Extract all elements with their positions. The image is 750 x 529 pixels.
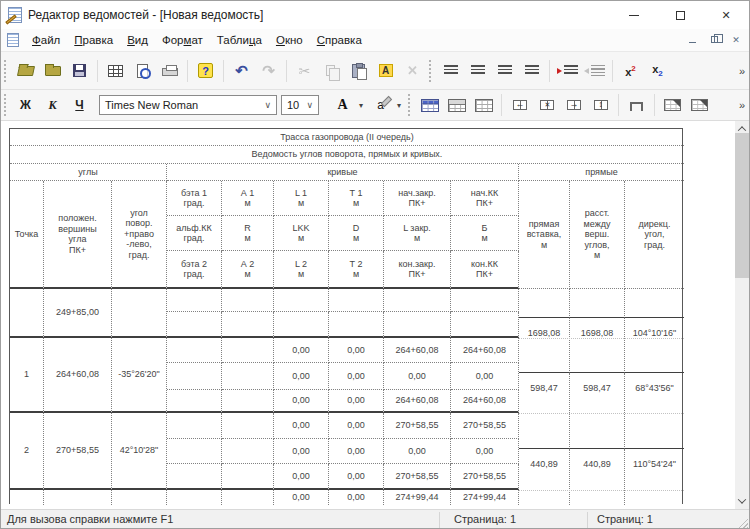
col-header[interactable]: L 2 м bbox=[274, 251, 329, 289]
cell[interactable]: 0,00 bbox=[451, 363, 519, 390]
cell-vertex-distance[interactable]: 440,89 bbox=[570, 449, 625, 505]
group-header-curves[interactable]: кривые bbox=[167, 164, 519, 181]
cell[interactable] bbox=[329, 289, 384, 312]
toolbar-grip[interactable] bbox=[4, 94, 7, 116]
align-justify-button[interactable] bbox=[518, 58, 545, 84]
menu-table[interactable]: Таблица bbox=[210, 31, 269, 49]
cell[interactable] bbox=[222, 363, 274, 390]
col-header[interactable]: Т 2 м bbox=[329, 251, 384, 289]
toolbar-grip[interactable] bbox=[429, 60, 432, 82]
subscript-button[interactable]: x2 bbox=[644, 58, 671, 84]
cell[interactable] bbox=[167, 464, 222, 490]
table-header-button[interactable] bbox=[443, 92, 470, 118]
vertical-scrollbar[interactable] bbox=[735, 121, 749, 509]
cell-straight-insert[interactable]: 440,89 bbox=[519, 449, 570, 505]
cell-point[interactable] bbox=[10, 289, 44, 338]
undo-button[interactable]: ↶ bbox=[228, 58, 255, 84]
split-cells-button[interactable] bbox=[533, 92, 560, 118]
mdi-restore-button[interactable] bbox=[707, 33, 721, 46]
outdent-button[interactable] bbox=[581, 58, 608, 84]
insert-column-button[interactable] bbox=[686, 92, 713, 118]
grid-button[interactable] bbox=[102, 58, 129, 84]
cell[interactable]: 264+60,08 bbox=[451, 390, 519, 413]
font-size-select[interactable]: 10 ∨ bbox=[281, 95, 319, 115]
table-subtitle[interactable]: Ведомость углов поворота, прямых и кривы… bbox=[10, 146, 684, 164]
split-rows-button[interactable] bbox=[587, 92, 614, 118]
highlight-dropdown[interactable]: ▾ bbox=[397, 101, 401, 110]
font-color-dropdown[interactable]: ▾ bbox=[359, 101, 363, 110]
group-header-angles[interactable]: углы bbox=[10, 164, 167, 181]
bold-button[interactable]: Ж bbox=[12, 92, 39, 118]
col-header[interactable]: LKK м bbox=[274, 216, 329, 251]
cell-point[interactable] bbox=[10, 490, 44, 505]
maximize-button[interactable] bbox=[657, 1, 703, 29]
col-header[interactable]: нач.КК ПК+ bbox=[451, 181, 519, 216]
resize-grip[interactable] bbox=[736, 517, 748, 529]
merge-right-button[interactable] bbox=[560, 92, 587, 118]
cell-straight-insert[interactable]: 598,47 bbox=[519, 373, 570, 449]
cell[interactable]: 270+58,55 bbox=[451, 413, 519, 439]
col-header[interactable]: D м bbox=[329, 216, 384, 251]
toolbar-overflow-button[interactable]: » bbox=[739, 99, 745, 111]
col-header-vertex[interactable]: положен. вершины угла ПК+ bbox=[44, 181, 112, 289]
cell[interactable]: 270+58,55 bbox=[384, 413, 451, 439]
toolbar-grip[interactable] bbox=[408, 94, 411, 116]
col-header-bearing[interactable]: дирекц. угол, град. bbox=[625, 181, 684, 289]
col-header[interactable]: Т 1 м bbox=[329, 181, 384, 216]
cell[interactable] bbox=[222, 390, 274, 413]
help-button[interactable]: ? bbox=[192, 58, 219, 84]
col-header-vertex-distance[interactable]: расст. между верш. углов, м bbox=[570, 181, 625, 289]
cell[interactable] bbox=[222, 439, 274, 464]
col-header-point[interactable]: Точка bbox=[10, 181, 44, 289]
menu-format[interactable]: Формат bbox=[155, 31, 210, 49]
cell[interactable] bbox=[451, 312, 519, 338]
cell[interactable]: 0,00 bbox=[274, 413, 329, 439]
superscript-button[interactable]: x2 bbox=[617, 58, 644, 84]
table-grid-button[interactable] bbox=[470, 92, 497, 118]
find-button[interactable]: A bbox=[372, 58, 399, 84]
cell[interactable]: 0,00 bbox=[274, 490, 329, 505]
menu-edit[interactable]: Правка bbox=[67, 31, 120, 49]
cell[interactable] bbox=[274, 289, 329, 312]
row-height-button[interactable] bbox=[623, 92, 650, 118]
menu-view[interactable]: Вид bbox=[120, 31, 155, 49]
cell[interactable]: 0,00 bbox=[384, 363, 451, 390]
print-preview-button[interactable] bbox=[129, 58, 156, 84]
col-header-straight-insert[interactable]: прямая вставка, м bbox=[519, 181, 570, 289]
col-header[interactable]: бэта 1 град. bbox=[167, 181, 222, 216]
cell[interactable] bbox=[384, 289, 451, 312]
open-button[interactable] bbox=[12, 58, 39, 84]
cell[interactable] bbox=[222, 413, 274, 439]
menu-window[interactable]: Окно bbox=[269, 31, 310, 49]
cell[interactable]: 0,00 bbox=[451, 439, 519, 464]
col-header[interactable]: А 1 м bbox=[222, 181, 274, 216]
col-header[interactable]: R м bbox=[222, 216, 274, 251]
cell[interactable] bbox=[167, 490, 222, 505]
cell[interactable]: 274+99,44 bbox=[451, 490, 519, 505]
cell[interactable]: 0,00 bbox=[329, 464, 384, 490]
cell[interactable] bbox=[222, 338, 274, 363]
col-header[interactable]: нач.закр. ПК+ bbox=[384, 181, 451, 216]
cell[interactable]: 274+99,44 bbox=[384, 490, 451, 505]
close-button[interactable]: ✕ bbox=[703, 1, 749, 29]
cell-vertex[interactable]: 264+60,08 bbox=[44, 338, 112, 413]
col-header[interactable]: бэта 2 град. bbox=[167, 251, 222, 289]
cell[interactable]: 0,00 bbox=[329, 338, 384, 363]
cell[interactable] bbox=[167, 312, 222, 338]
cut-button[interactable]: ✂ bbox=[291, 58, 318, 84]
cell[interactable]: 0,00 bbox=[274, 464, 329, 490]
cell-angle[interactable] bbox=[112, 289, 167, 338]
indent-button[interactable] bbox=[554, 58, 581, 84]
merge-cells-button[interactable] bbox=[506, 92, 533, 118]
close-file-button[interactable] bbox=[39, 58, 66, 84]
cell[interactable]: 264+60,08 bbox=[384, 338, 451, 363]
cell[interactable] bbox=[222, 312, 274, 338]
cell[interactable]: 0,00 bbox=[274, 363, 329, 390]
col-header-angle[interactable]: угол повор. +право -лево, град. bbox=[112, 181, 167, 289]
document-icon[interactable] bbox=[7, 33, 19, 47]
cell[interactable]: 264+60,08 bbox=[451, 338, 519, 363]
delete-button[interactable]: ✕ bbox=[399, 58, 426, 84]
mdi-minimize-button[interactable] bbox=[685, 33, 699, 46]
cell-vertex-distance[interactable]: 598,47 bbox=[570, 373, 625, 449]
document-area[interactable]: Трасса газопровода (II очередь) Ведомост… bbox=[1, 121, 749, 509]
